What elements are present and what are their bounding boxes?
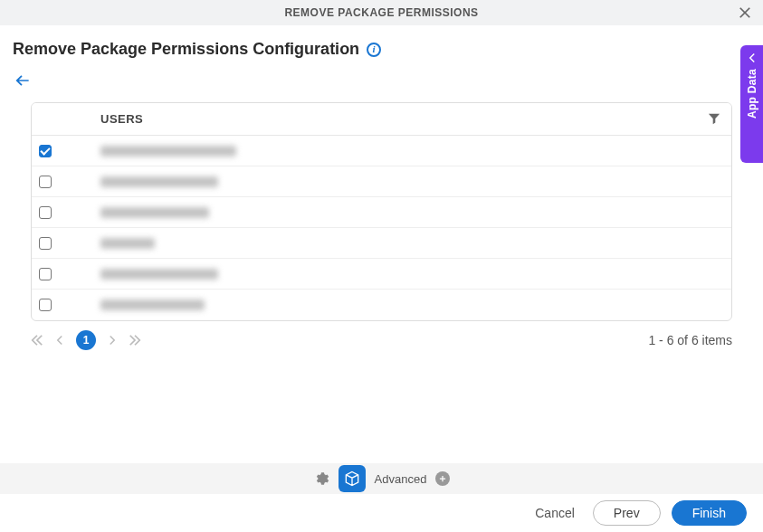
row-name-cell — [100, 176, 731, 187]
pager-next[interactable] — [107, 335, 118, 346]
row-check-cell — [32, 299, 100, 311]
page-title: Remove Package Permissions Configuration — [13, 40, 359, 59]
footer-bar: Advanced — [0, 463, 763, 494]
table-row — [32, 136, 731, 166]
row-name-cell — [100, 269, 731, 280]
pager-summary: 1 - 6 of 6 items — [648, 333, 732, 347]
header-users: USERS — [100, 112, 731, 126]
pager-last[interactable] — [129, 334, 141, 347]
filter-button[interactable] — [708, 112, 722, 127]
user-name-redacted — [100, 269, 218, 280]
finish-button[interactable]: Finish — [672, 500, 747, 526]
user-name-redacted — [100, 299, 205, 310]
pager-prev[interactable] — [54, 335, 65, 346]
advanced-label: Advanced — [375, 472, 427, 486]
row-check-cell — [32, 268, 100, 280]
user-name-redacted — [100, 176, 218, 187]
back-button[interactable] — [13, 71, 33, 90]
users-table: USERS — [31, 102, 732, 321]
action-row: Cancel Prev Finish — [0, 494, 763, 532]
page-title-row: Remove Package Permissions Configuration… — [13, 40, 750, 59]
row-checkbox[interactable] — [39, 145, 52, 157]
table-row — [32, 259, 731, 290]
package-button[interactable] — [339, 465, 366, 492]
plus-icon — [438, 474, 447, 483]
prev-button[interactable]: Prev — [593, 500, 661, 526]
filter-icon — [708, 112, 720, 125]
row-checkbox[interactable] — [39, 176, 52, 188]
user-name-redacted — [100, 207, 209, 218]
chevron-left-icon — [54, 335, 65, 346]
row-checkbox[interactable] — [39, 268, 52, 280]
row-checkbox[interactable] — [39, 237, 52, 250]
table-row — [32, 166, 731, 197]
row-check-cell — [32, 176, 100, 188]
user-name-redacted — [100, 146, 236, 157]
chevron-double-right-icon — [129, 334, 141, 347]
user-name-redacted — [100, 238, 155, 249]
cancel-button[interactable]: Cancel — [528, 500, 582, 526]
add-advanced-button[interactable] — [435, 471, 450, 486]
close-icon — [739, 6, 751, 19]
table-row — [32, 197, 731, 228]
arrow-left-icon — [13, 71, 33, 90]
dialog-title: REMOVE PACKAGE PERMISSIONS — [284, 6, 478, 19]
row-checkbox[interactable] — [39, 299, 52, 311]
pager-current-page[interactable]: 1 — [76, 330, 96, 350]
pager: 1 1 - 6 of 6 items — [31, 330, 732, 350]
row-check-cell — [32, 237, 100, 250]
row-name-cell — [100, 238, 731, 249]
dialog-header: REMOVE PACKAGE PERMISSIONS — [0, 0, 763, 25]
row-name-cell — [100, 207, 731, 218]
package-icon — [343, 470, 361, 488]
row-name-cell — [100, 299, 731, 310]
table-row — [32, 228, 731, 259]
side-tab-appdata[interactable]: App Data — [740, 45, 763, 163]
pager-left: 1 — [31, 330, 141, 350]
content-area: Remove Package Permissions Configuration… — [0, 25, 763, 350]
row-check-cell — [32, 206, 100, 219]
side-tab-label: App Data — [746, 69, 758, 119]
chevron-left-icon — [747, 52, 758, 63]
chevron-double-left-icon — [31, 334, 43, 347]
pager-first[interactable] — [31, 334, 43, 347]
gear-icon — [313, 470, 329, 487]
close-button[interactable] — [736, 4, 754, 22]
row-checkbox[interactable] — [39, 206, 52, 219]
chevron-right-icon — [107, 335, 118, 346]
settings-button[interactable] — [313, 470, 329, 487]
table-row — [32, 290, 731, 320]
info-icon[interactable]: i — [367, 43, 381, 57]
row-check-cell — [32, 145, 100, 157]
table-header-row: USERS — [32, 103, 731, 136]
row-name-cell — [100, 146, 731, 157]
